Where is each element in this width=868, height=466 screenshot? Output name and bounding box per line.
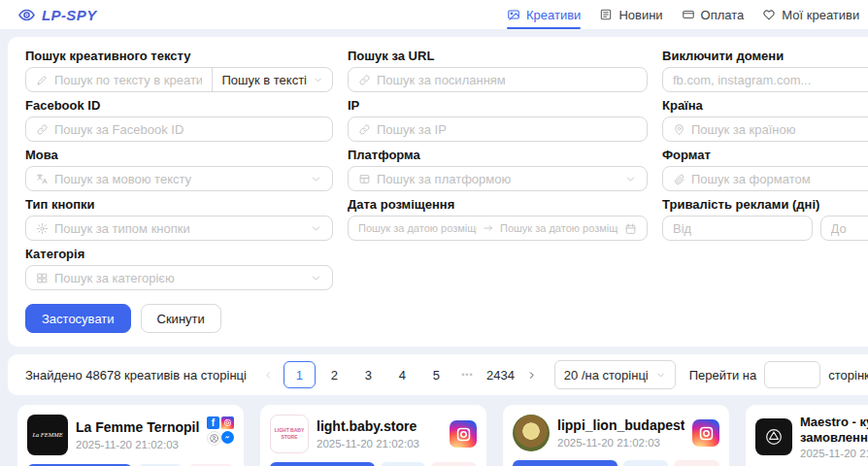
avatar bbox=[513, 415, 550, 451]
nav-item-creatives[interactable]: Креативи bbox=[507, 0, 581, 29]
favorite-button[interactable] bbox=[431, 462, 477, 466]
creative-card: La FEMME La Femme Ternopil 2025-11-20 21… bbox=[17, 405, 244, 466]
selected-value: Пошук в тексті bbox=[221, 73, 307, 87]
favorite-button[interactable] bbox=[674, 460, 719, 466]
field-label: Дата розміщення bbox=[348, 197, 648, 212]
page-button-4[interactable]: 4 bbox=[387, 362, 417, 387]
placeholder: Від bbox=[673, 221, 691, 236]
nav-label: Креативи bbox=[526, 8, 581, 22]
field-label: Мова bbox=[25, 148, 333, 162]
link-icon bbox=[358, 123, 371, 136]
prev-page-button[interactable] bbox=[258, 362, 280, 387]
field-url: Пошук за URL Пошук за посиланням bbox=[348, 49, 648, 92]
top-navigation-bar: LP-SPY Креативи Новини Оплата Мої креати… bbox=[0, 0, 868, 29]
placement-date-range-picker[interactable]: Пошук за датою розміщення Пошук за датою… bbox=[348, 216, 648, 241]
field-label: Пошук креативного тексту bbox=[25, 49, 333, 63]
audience-network-icon bbox=[207, 431, 221, 446]
placeholder: Пошук за форматом bbox=[691, 172, 811, 186]
field-label: IP bbox=[348, 98, 648, 113]
field-label: Платформа bbox=[348, 148, 648, 162]
creative-date: 2025-11-20 21:02:03 bbox=[557, 437, 684, 449]
calendar-icon bbox=[624, 222, 637, 235]
exclude-domains-input[interactable]: fb.com, instagram.com... bbox=[662, 67, 868, 92]
nav-item-payment[interactable]: Оплата bbox=[682, 0, 745, 29]
search-mode-select[interactable]: Пошук в тексті bbox=[212, 68, 332, 91]
appstore-icon bbox=[36, 272, 49, 284]
field-category: Категорія Пошук за категорією bbox=[25, 247, 333, 290]
gear-icon bbox=[36, 222, 49, 235]
button-type-select[interactable]: Пошук за типом кнопки bbox=[25, 216, 333, 241]
placeholder: Пошук за типом кнопки bbox=[54, 221, 190, 236]
eye-logo-icon bbox=[17, 6, 36, 24]
goto-page-input[interactable] bbox=[764, 361, 820, 388]
page-button-3[interactable]: 3 bbox=[353, 362, 384, 387]
days-active-button[interactable]: 0 days bbox=[513, 460, 618, 466]
goto-suffix-label: сторінку bbox=[828, 368, 868, 383]
days-active-button[interactable]: 3 days bbox=[270, 462, 375, 466]
category-select[interactable]: Пошук за категорією bbox=[25, 265, 333, 290]
avatar: La FEMME bbox=[27, 415, 68, 455]
country-input[interactable]: Пошук за країною bbox=[662, 116, 868, 142]
nav-label: Мої креативи bbox=[782, 8, 859, 22]
next-page-button[interactable] bbox=[521, 362, 543, 387]
field-label: Facebook ID bbox=[25, 98, 333, 113]
field-platform: Платформа Пошук за платформою bbox=[348, 148, 648, 191]
field-ip: IP Пошук за IP bbox=[348, 98, 648, 142]
nav-item-news[interactable]: Новини bbox=[599, 0, 662, 29]
logo[interactable]: LP-SPY bbox=[17, 6, 97, 24]
pagination-ellipsis[interactable]: ••• bbox=[455, 370, 480, 380]
field-label: Тип кнопки bbox=[25, 197, 333, 212]
field-duration: Тривалість реклами (дні) Від До bbox=[662, 197, 868, 241]
view-button[interactable] bbox=[623, 460, 669, 466]
chevron-right-icon bbox=[526, 370, 537, 381]
creative-card: Maestro - кухні, меблі на замовлення в У… bbox=[746, 405, 868, 466]
facebook-id-input[interactable]: Пошук за Facebook ID bbox=[25, 116, 333, 142]
found-count-text: Знайдено 48678 креативів на сторінці bbox=[25, 368, 247, 383]
language-select[interactable]: Пошук за мовою тексту bbox=[25, 166, 333, 191]
news-icon bbox=[599, 8, 613, 21]
creative-card: LIGHT BABY STORE light.baby.store 2025-1… bbox=[260, 405, 486, 466]
heart-icon bbox=[762, 8, 776, 21]
apply-button[interactable]: Застосувати bbox=[25, 304, 131, 333]
chevron-down-icon bbox=[310, 222, 322, 235]
page-button-last[interactable]: 2434 bbox=[484, 362, 517, 387]
chevron-down-icon bbox=[313, 75, 323, 85]
facebook-icon: f bbox=[207, 416, 219, 429]
goto-prefix-label: Перейти на bbox=[689, 368, 757, 383]
avatar-text: LIGHT BABY STORE bbox=[271, 427, 308, 441]
page-button-2[interactable]: 2 bbox=[319, 362, 350, 387]
duration-to-input[interactable]: До bbox=[820, 216, 868, 241]
map-pin-icon bbox=[673, 123, 685, 136]
field-format: Формат Пошук за форматом bbox=[662, 148, 868, 191]
creative-date: 2025-11-20 21:02:03 bbox=[800, 448, 868, 459]
field-label: Тривалість реклами (дні) bbox=[662, 197, 868, 212]
page-button-5[interactable]: 5 bbox=[421, 362, 451, 387]
field-placement-date: Дата розміщення Пошук за датою розміщенн… bbox=[348, 197, 648, 241]
platform-select[interactable]: Пошук за платформою bbox=[348, 166, 648, 191]
nav-item-my-creatives[interactable]: Мої креативи bbox=[762, 0, 859, 29]
reset-button[interactable]: Скинути bbox=[141, 304, 221, 333]
chevron-left-icon bbox=[263, 370, 274, 381]
field-label: Країна bbox=[662, 98, 868, 113]
field-label: Категорія bbox=[25, 247, 333, 261]
nav-label: Новини bbox=[618, 8, 662, 22]
page-size-select[interactable]: 20 /на сторінці bbox=[554, 360, 676, 389]
placeholder: Пошук за посиланням bbox=[377, 73, 506, 87]
page: LP-SPY Креативи Новини Оплата Мої креати… bbox=[0, 0, 868, 466]
platform-grid-icon bbox=[358, 173, 371, 185]
link-icon bbox=[358, 74, 371, 86]
instagram-icon bbox=[450, 420, 477, 448]
field-facebook-id: Facebook ID Пошук за Facebook ID bbox=[25, 98, 333, 142]
field-label: Формат bbox=[662, 148, 868, 162]
ip-input[interactable]: Пошук за IP bbox=[348, 116, 648, 142]
image-icon bbox=[507, 8, 520, 21]
avatar-emblem-icon bbox=[763, 426, 785, 448]
page-button-1[interactable]: 1 bbox=[284, 361, 316, 388]
creative-text-input[interactable]: Пошук по тексту в креативі bbox=[26, 68, 212, 91]
placeholder: Пошук за Facebook ID bbox=[54, 122, 184, 137]
format-input[interactable]: Пошук за форматом bbox=[662, 166, 868, 191]
url-input[interactable]: Пошук за посиланням bbox=[348, 67, 648, 92]
duration-from-input[interactable]: Від bbox=[662, 216, 813, 241]
placeholder: Пошук за мовою тексту bbox=[54, 172, 191, 186]
view-button[interactable] bbox=[381, 462, 426, 466]
